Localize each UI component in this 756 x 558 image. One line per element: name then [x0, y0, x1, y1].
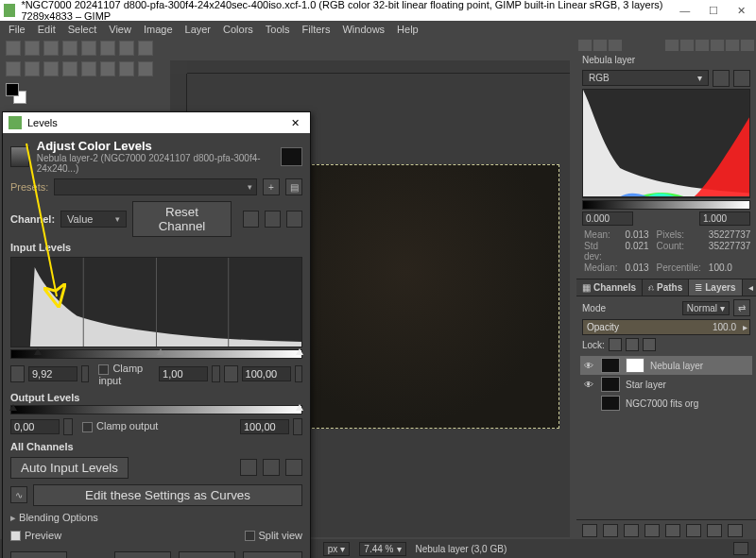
- tool[interactable]: [62, 41, 77, 56]
- clamp-output-check[interactable]: [82, 422, 93, 432]
- opacity-slider[interactable]: Opacity 100.0 ▸: [582, 319, 750, 335]
- dock-tab[interactable]: [578, 40, 592, 51]
- fg-color[interactable]: [6, 83, 19, 96]
- high-input[interactable]: [242, 366, 291, 381]
- eye-icon[interactable]: 👁: [582, 361, 595, 371]
- layer-mask-button[interactable]: [707, 524, 722, 537]
- spin[interactable]: [212, 365, 219, 382]
- pick-white-all-button[interactable]: [285, 459, 302, 476]
- tool[interactable]: [100, 41, 115, 56]
- menu-view[interactable]: View: [104, 22, 136, 37]
- histogram-gradient[interactable]: [582, 200, 750, 210]
- clamp-input-check[interactable]: [98, 364, 109, 375]
- menu-layer[interactable]: Layer: [180, 22, 216, 37]
- dock-tab[interactable]: [680, 40, 694, 51]
- help-button[interactable]: Help: [10, 551, 67, 558]
- pick-white-button[interactable]: [224, 365, 238, 382]
- spin[interactable]: [293, 418, 302, 435]
- menu-help[interactable]: Help: [392, 22, 423, 37]
- layer-up-button[interactable]: [624, 524, 639, 537]
- out-high-input[interactable]: [240, 419, 289, 434]
- dock-tab[interactable]: [711, 40, 724, 51]
- layer-merge-button[interactable]: [686, 524, 701, 537]
- ok-button[interactable]: OK: [179, 551, 235, 558]
- blending-options-expander[interactable]: Blending Options: [10, 512, 98, 524]
- dock-tab[interactable]: [741, 40, 754, 51]
- eye-icon[interactable]: 👁: [582, 380, 595, 390]
- edit-as-curves-button[interactable]: Edit these Settings as Curves: [33, 484, 302, 506]
- dock-tab[interactable]: [593, 40, 607, 51]
- hist-menu-button[interactable]: [286, 211, 302, 228]
- dock-tab[interactable]: [665, 40, 679, 51]
- low-input[interactable]: [28, 366, 77, 381]
- histogram-max-input[interactable]: [699, 211, 750, 226]
- lock-position-button[interactable]: [626, 338, 639, 351]
- tool[interactable]: [25, 61, 40, 76]
- tool[interactable]: [62, 61, 77, 76]
- blend-mode-select[interactable]: Normal▾: [682, 301, 730, 315]
- gamma-input[interactable]: [159, 366, 208, 381]
- menu-colors[interactable]: Colors: [218, 22, 258, 37]
- dialog-titlebar[interactable]: Levels ✕: [3, 112, 310, 133]
- channel-select[interactable]: Value: [60, 211, 127, 228]
- lock-pixels-button[interactable]: [609, 338, 622, 351]
- tab-layers[interactable]: ≣ Layers: [689, 279, 742, 296]
- tool[interactable]: [119, 61, 134, 76]
- maximize-button[interactable]: ☐: [699, 0, 728, 21]
- dock-menu-button[interactable]: ◂: [743, 279, 757, 296]
- layer-down-button[interactable]: [644, 524, 660, 537]
- linear-hist-button[interactable]: [243, 211, 259, 228]
- log-hist-button[interactable]: [265, 211, 281, 228]
- color-swatches[interactable]: [6, 83, 26, 104]
- reset-channel-button[interactable]: Reset Channel: [132, 201, 232, 237]
- dock-tab[interactable]: [696, 40, 709, 51]
- zoom-select[interactable]: 7.44 %▾: [359, 542, 405, 556]
- cancel-button[interactable]: Cancel: [243, 551, 303, 558]
- pick-black-button[interactable]: [10, 365, 25, 382]
- layer-delete-button[interactable]: [728, 524, 743, 537]
- menu-tools[interactable]: Tools: [261, 22, 295, 37]
- menu-image[interactable]: Image: [139, 22, 178, 37]
- tool[interactable]: [43, 41, 59, 56]
- tab-channels[interactable]: ▦ Channels: [576, 279, 643, 296]
- layer-name[interactable]: Star layer: [626, 380, 750, 390]
- unit-select[interactable]: px▾: [323, 542, 351, 556]
- layer-new-button[interactable]: [582, 524, 597, 537]
- layer-thumb[interactable]: [601, 377, 620, 392]
- output-gradient[interactable]: [10, 405, 302, 414]
- layer-name[interactable]: Nebula layer: [650, 361, 750, 371]
- image-canvas[interactable]: [302, 164, 559, 429]
- dock-tab[interactable]: [609, 40, 622, 51]
- histogram-opt-button[interactable]: [733, 70, 750, 87]
- status-icon[interactable]: [733, 542, 748, 555]
- histogram-min-input[interactable]: [582, 211, 633, 226]
- tool[interactable]: [43, 61, 59, 76]
- layer-name[interactable]: NGC7000 fits org: [626, 398, 750, 409]
- histogram-opt-button[interactable]: [713, 70, 730, 87]
- reset-button[interactable]: Reset: [114, 551, 171, 558]
- presets-select[interactable]: [54, 178, 257, 195]
- dialog-close-button[interactable]: ✕: [285, 117, 304, 129]
- minimize-button[interactable]: —: [671, 0, 699, 21]
- tool[interactable]: [119, 41, 134, 56]
- out-low-input[interactable]: [10, 419, 60, 434]
- layer-mask-thumb[interactable]: [626, 358, 644, 373]
- layer-thumb[interactable]: [601, 358, 620, 373]
- pick-black-all-button[interactable]: [240, 459, 257, 476]
- menu-edit[interactable]: Edit: [33, 22, 60, 37]
- tool[interactable]: [138, 61, 153, 76]
- tool[interactable]: [25, 41, 40, 56]
- mode-switch-button[interactable]: ⇄: [733, 299, 750, 316]
- dock-tab[interactable]: [726, 40, 739, 51]
- tool[interactable]: [6, 41, 21, 56]
- split-view-check[interactable]: [245, 531, 255, 541]
- tool[interactable]: [81, 41, 96, 56]
- pick-gray-all-button[interactable]: [263, 459, 280, 476]
- tool[interactable]: [138, 41, 153, 56]
- lock-alpha-button[interactable]: [643, 338, 656, 351]
- preset-menu-button[interactable]: ▤: [285, 178, 302, 195]
- menu-windows[interactable]: Windows: [337, 22, 389, 37]
- layer-row[interactable]: 👁 Nebula layer: [580, 356, 752, 375]
- histogram-channel-select[interactable]: RGB: [582, 70, 709, 86]
- auto-levels-button[interactable]: Auto Input Levels: [10, 457, 129, 479]
